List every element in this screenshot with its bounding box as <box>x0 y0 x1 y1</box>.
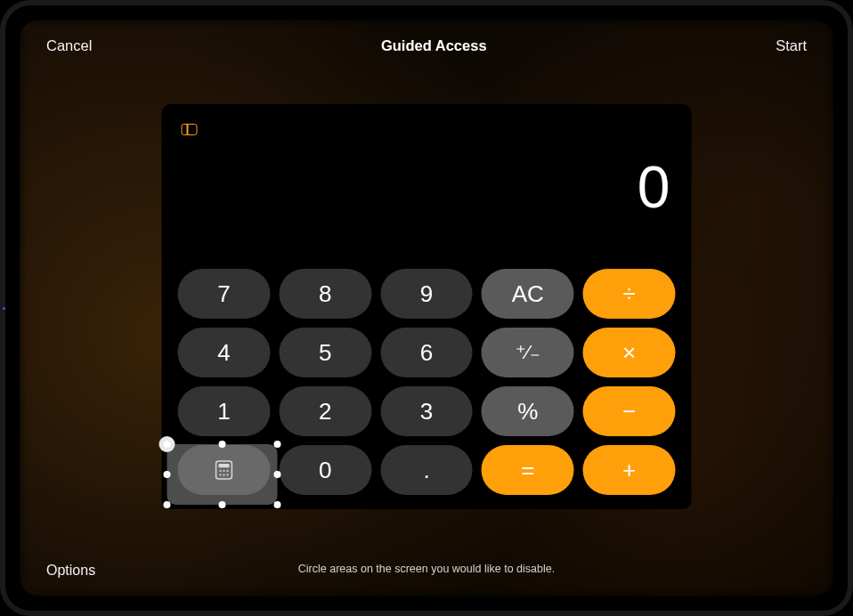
resize-handle-top-right[interactable] <box>274 441 281 448</box>
resize-handle-middle-right[interactable] <box>274 471 281 478</box>
key-multiply[interactable]: × <box>583 328 676 377</box>
resize-handle-middle-left[interactable] <box>164 471 171 478</box>
key-7[interactable]: 7 <box>178 269 271 319</box>
key-6[interactable]: 6 <box>380 328 473 377</box>
key-0[interactable]: 0 <box>279 445 371 495</box>
app-preview-calculator[interactable]: 0 7 8 9 AC ÷ 4 5 6 ⁺∕₋ <box>162 104 692 509</box>
key-plus-minus[interactable]: ⁺∕₋ <box>482 328 574 377</box>
resize-handle-bottom-left[interactable] <box>164 501 171 508</box>
screen: Cancel Guided Access Start 0 7 8 9 AC ÷ <box>20 20 833 596</box>
percent-icon: % <box>517 398 538 426</box>
key-divide[interactable]: ÷ <box>583 269 676 319</box>
key-1[interactable]: 1 <box>178 386 271 436</box>
equals-icon: = <box>521 457 534 484</box>
start-button[interactable]: Start <box>776 37 807 54</box>
key-5[interactable]: 5 <box>279 328 371 377</box>
minus-icon: − <box>622 398 636 426</box>
divide-icon: ÷ <box>622 280 635 308</box>
page-title: Guided Access <box>381 37 487 54</box>
multiply-icon: × <box>622 339 636 367</box>
resize-handle-top-middle[interactable] <box>219 441 226 448</box>
resize-handle-top-left[interactable] <box>164 441 171 448</box>
key-8[interactable]: 8 <box>279 269 371 319</box>
key-9[interactable]: 9 <box>380 269 473 319</box>
options-button[interactable]: Options <box>46 563 95 579</box>
resize-handle-bottom-middle[interactable] <box>219 501 226 508</box>
cancel-button[interactable]: Cancel <box>46 37 92 54</box>
plus-icon: + <box>622 457 636 484</box>
key-percent[interactable]: % <box>482 386 574 436</box>
sidebar-toggle-icon <box>182 124 198 135</box>
key-minus[interactable]: − <box>583 386 676 436</box>
key-plus[interactable]: + <box>583 445 676 495</box>
device-bezel: Cancel Guided Access Start 0 7 8 9 AC ÷ <box>0 0 853 616</box>
resize-handle-bottom-right[interactable] <box>274 501 281 508</box>
calculator-display: 0 <box>162 158 670 238</box>
key-decimal[interactable]: . <box>380 445 473 495</box>
key-4[interactable]: 4 <box>178 328 271 377</box>
key-ac[interactable]: AC <box>482 269 574 319</box>
volume-indicator-dot <box>3 307 5 310</box>
disabled-region-selection[interactable]: × <box>167 444 278 505</box>
key-equals[interactable]: = <box>482 445 574 495</box>
footer-hint-text: Circle areas on the screen you would lik… <box>20 563 833 575</box>
key-3[interactable]: 3 <box>380 386 473 436</box>
guided-access-navbar: Cancel Guided Access Start <box>20 20 833 71</box>
plus-minus-icon: ⁺∕₋ <box>516 341 540 364</box>
key-2[interactable]: 2 <box>279 386 371 436</box>
guided-access-footer: Options Circle areas on the screen you w… <box>20 541 833 596</box>
